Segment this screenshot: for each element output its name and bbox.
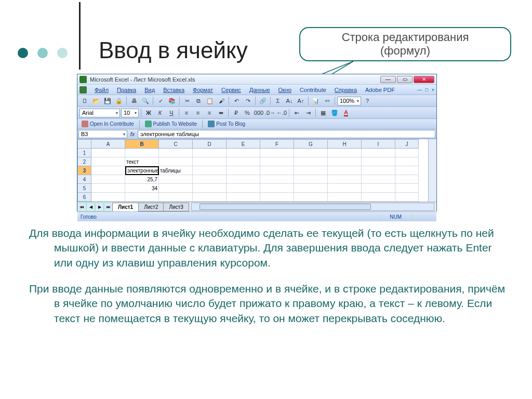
merge-center-button[interactable]: ⬌: [216, 108, 226, 117]
column-header[interactable]: J: [395, 139, 419, 149]
wb-restore-button[interactable]: □: [425, 87, 428, 92]
cell[interactable]: [227, 184, 260, 193]
cell[interactable]: [159, 149, 193, 157]
increase-indent-button[interactable]: ⇥: [303, 108, 313, 117]
cell[interactable]: [362, 193, 395, 202]
sheet-tab[interactable]: Лист2: [138, 203, 164, 211]
redo-button[interactable]: ↷: [243, 96, 253, 105]
cell[interactable]: [395, 166, 419, 175]
menu-window[interactable]: Окно: [275, 86, 296, 94]
align-left-button[interactable]: ≡: [181, 108, 192, 117]
cell[interactable]: [227, 193, 260, 202]
permissions-button[interactable]: 🔒: [114, 96, 124, 105]
cell[interactable]: [294, 175, 328, 184]
font-name-combo[interactable]: Arial: [79, 109, 120, 117]
undo-button[interactable]: ↶: [231, 96, 242, 105]
zoom-combo[interactable]: 100%: [337, 97, 361, 105]
cell[interactable]: [227, 149, 260, 157]
cell[interactable]: [328, 184, 362, 193]
help-button[interactable]: ?: [362, 96, 373, 105]
cell[interactable]: [193, 184, 227, 193]
cell-b4[interactable]: 25,7: [125, 175, 159, 184]
formula-input[interactable]: электронные таблицы: [138, 130, 435, 138]
column-header[interactable]: F: [260, 139, 294, 149]
decrease-decimal-button[interactable]: ←.0: [276, 108, 287, 117]
font-color-button[interactable]: A: [341, 108, 351, 117]
cell[interactable]: [328, 175, 362, 184]
maximize-button[interactable]: ▭: [397, 76, 413, 83]
menu-format[interactable]: Формат: [189, 86, 217, 94]
sheet-tab[interactable]: Лист3: [163, 203, 189, 211]
cell[interactable]: [395, 175, 419, 184]
cell[interactable]: [362, 175, 395, 184]
autosum-button[interactable]: Σ: [273, 96, 283, 105]
menu-help[interactable]: Справка: [331, 86, 361, 94]
cell-b3-selected[interactable]: электронные таблицы: [125, 166, 159, 175]
column-header[interactable]: G: [294, 139, 328, 149]
sort-asc-button[interactable]: A↓: [284, 96, 295, 105]
cell[interactable]: [362, 157, 395, 166]
currency-button[interactable]: ₽: [231, 108, 241, 117]
menu-data[interactable]: Данные: [246, 86, 274, 94]
bold-button[interactable]: Ж: [143, 108, 154, 117]
row-header[interactable]: 5: [77, 184, 91, 193]
cell[interactable]: [260, 149, 294, 157]
cell[interactable]: [91, 175, 125, 184]
underline-button[interactable]: Ч: [166, 108, 177, 117]
cell-b2[interactable]: текст: [125, 157, 159, 166]
menu-view[interactable]: Вид: [141, 86, 158, 94]
drawing-button[interactable]: ✏: [322, 96, 332, 105]
wb-minimize-button[interactable]: —: [417, 87, 422, 92]
row-header[interactable]: 4: [77, 175, 91, 184]
cell-b5[interactable]: 34: [125, 184, 159, 193]
open-button[interactable]: 📂: [91, 96, 101, 105]
cell[interactable]: [91, 157, 125, 166]
publish-to-website-button[interactable]: Publish To Website: [143, 120, 200, 128]
cell[interactable]: [91, 149, 125, 157]
cell[interactable]: [91, 166, 125, 175]
percent-button[interactable]: %: [242, 108, 252, 117]
align-right-button[interactable]: ≡: [204, 108, 215, 117]
cell[interactable]: [328, 166, 362, 175]
cell[interactable]: [260, 175, 294, 184]
cell[interactable]: [260, 184, 294, 193]
column-header[interactable]: A: [91, 139, 125, 149]
cell[interactable]: [193, 166, 227, 175]
select-all-corner[interactable]: [77, 139, 91, 149]
menu-contribute[interactable]: Contribute: [296, 86, 330, 94]
column-header[interactable]: H: [328, 139, 362, 149]
paste-button[interactable]: 📋: [205, 96, 215, 105]
cell[interactable]: [260, 166, 294, 175]
cell[interactable]: [227, 166, 260, 175]
row-header[interactable]: 1: [77, 149, 91, 157]
minimize-button[interactable]: —: [380, 76, 396, 83]
preview-button[interactable]: 🔍: [140, 96, 151, 105]
cell[interactable]: [193, 149, 227, 157]
column-header[interactable]: E: [227, 139, 260, 149]
format-painter-button[interactable]: 🖌: [216, 96, 227, 105]
menu-insert[interactable]: Вставка: [159, 86, 188, 94]
name-box[interactable]: B3: [78, 130, 127, 138]
cell[interactable]: [294, 157, 328, 166]
cell[interactable]: [125, 149, 159, 157]
vertical-scrollbar[interactable]: [428, 139, 436, 202]
cell[interactable]: [362, 149, 395, 157]
cell[interactable]: [260, 193, 294, 202]
column-header[interactable]: B: [125, 139, 159, 149]
copy-button[interactable]: ⧉: [193, 96, 204, 105]
borders-button[interactable]: ▦: [318, 108, 328, 117]
open-in-contribute-button[interactable]: Open In Contribute: [79, 120, 136, 128]
cell[interactable]: [159, 184, 193, 193]
row-header[interactable]: 3: [77, 166, 91, 175]
cell[interactable]: [294, 184, 328, 193]
italic-button[interactable]: К: [155, 108, 165, 117]
cell[interactable]: [159, 193, 193, 202]
menu-file[interactable]: Файл: [91, 86, 112, 94]
cell[interactable]: [328, 193, 362, 202]
comma-button[interactable]: 000: [254, 108, 264, 117]
cell[interactable]: [328, 149, 362, 157]
cell[interactable]: [395, 193, 419, 202]
tab-next-button[interactable]: ▶: [95, 203, 104, 211]
new-button[interactable]: 🗋: [79, 96, 90, 105]
cell[interactable]: [125, 193, 159, 202]
